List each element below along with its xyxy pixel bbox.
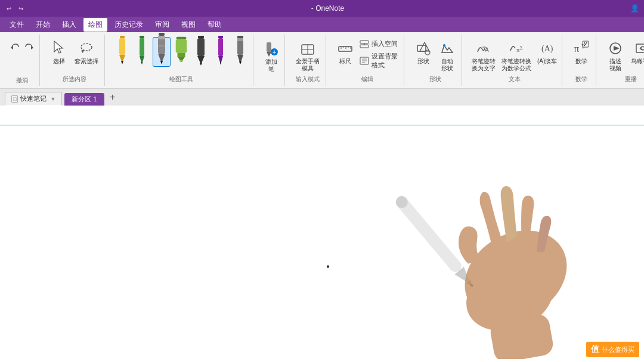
- svg-rect-78: [394, 194, 410, 211]
- pen-1-btn[interactable]: [113, 37, 131, 67]
- ink-to-text-icon: A: [475, 40, 492, 57]
- page-rule-line: [0, 125, 644, 126]
- section-tab[interactable]: 新分区 1: [64, 93, 104, 106]
- pen-5-btn[interactable]: [212, 37, 230, 67]
- full-view-label: 全景手柄模具: [296, 58, 320, 72]
- a-icon-btn[interactable]: (A) (A)淡车: [535, 38, 559, 67]
- svg-rect-71: [584, 45, 585, 46]
- svg-text:Σ: Σ: [520, 45, 523, 51]
- ruler-label: 标尺: [339, 58, 351, 65]
- auto-shape-btn[interactable]: 自动形状: [436, 38, 458, 74]
- shapes-group: 形状 自动形状 形状: [409, 35, 462, 86]
- redo-btn[interactable]: ↪: [17, 4, 25, 13]
- svg-rect-24: [198, 36, 204, 38]
- ink-to-math-label: 将笔迹转换为数学公式: [501, 58, 531, 72]
- undo-btn[interactable]: ↩: [5, 4, 13, 13]
- redo-ribbon-btn[interactable]: [23, 42, 36, 54]
- lasso-label: 套索选择: [75, 58, 98, 65]
- math-group: π Σ 数学 数学: [567, 35, 596, 86]
- svg-marker-36: [239, 61, 242, 64]
- svg-rect-10: [140, 38, 144, 56]
- svg-point-83: [457, 250, 564, 343]
- svg-text:(A): (A): [541, 44, 553, 54]
- svg-rect-29: [218, 38, 223, 56]
- svg-rect-51: [360, 45, 369, 48]
- notebook-tab-label: 快速笔记: [20, 94, 47, 103]
- insert-space-label: 插入空间: [371, 39, 398, 48]
- ink-to-text-label: 将笔迹转换为文字: [472, 58, 496, 72]
- svg-rect-44: [339, 47, 352, 51]
- svg-marker-12: [141, 62, 143, 64]
- pen-2-btn[interactable]: [133, 37, 151, 67]
- add-section-btn[interactable]: +: [107, 91, 119, 103]
- watermark-text: 什么值得买: [602, 345, 634, 354]
- svg-rect-50: [360, 41, 369, 44]
- pen-4-btn[interactable]: [192, 37, 210, 67]
- svg-point-59: [425, 50, 430, 55]
- svg-rect-84: [489, 313, 555, 359]
- lasso-icon: [78, 40, 95, 57]
- svg-rect-72: [585, 44, 586, 45]
- undo-ribbon-btn[interactable]: [8, 42, 21, 54]
- add-pen-label: 添加笔: [265, 58, 277, 73]
- overview-btn[interactable]: 鸟瞰视图: [628, 38, 644, 67]
- notebook-tab[interactable]: □ 快速笔记 ▼: [5, 92, 62, 106]
- bg-format-btn[interactable]: 设置背景格式: [357, 51, 400, 71]
- pen-row: [113, 36, 249, 68]
- math-btn[interactable]: π Σ 数学: [571, 38, 592, 67]
- replay-group: 描述视频 鸟瞰视图 重播: [601, 35, 644, 86]
- bg-format-label: 设置背景格式: [371, 52, 398, 70]
- menu-view[interactable]: 视图: [177, 18, 200, 32]
- add-pen-group: + 添加笔: [258, 35, 285, 86]
- svg-rect-25: [197, 38, 205, 56]
- svg-marker-31: [220, 62, 221, 65]
- menu-history[interactable]: 历史记录: [110, 18, 148, 32]
- menu-help[interactable]: 帮助: [203, 18, 227, 32]
- title-bar-right: 👤: [630, 4, 639, 13]
- watermark: 值 什么值得买: [586, 342, 639, 357]
- insert-space-btn[interactable]: 插入空间: [357, 38, 400, 49]
- svg-marker-80: [466, 280, 474, 287]
- ribbon: 撤消 选择 套索选择 所选: [0, 32, 644, 89]
- svg-text:A: A: [485, 47, 489, 53]
- menu-file[interactable]: 文件: [5, 18, 29, 32]
- full-view-btn[interactable]: 全景手柄模具: [293, 38, 322, 74]
- replay-group-label: 重播: [625, 75, 637, 85]
- ink-to-math-btn[interactable]: π Σ 将笔迹转换为数学公式: [499, 38, 534, 74]
- tools-group: 标尺 插入空间 设置背景格式 编辑: [331, 35, 404, 86]
- pen-3-btn[interactable]: [153, 37, 171, 67]
- hand-icon: [299, 40, 316, 57]
- lasso-select-btn[interactable]: 套索选择: [72, 38, 101, 67]
- menu-draw[interactable]: 绘图: [83, 18, 107, 32]
- svg-rect-9: [140, 36, 144, 38]
- menu-home[interactable]: 开始: [31, 18, 55, 32]
- math-label: 数学: [575, 58, 587, 65]
- notebook-area: □ 快速笔记 ▼ 新分区 1 +: [0, 89, 644, 362]
- shapes-group-label: 形状: [429, 75, 441, 85]
- ruler-btn[interactable]: 标尺: [335, 38, 356, 67]
- highlighter-btn[interactable]: [172, 37, 190, 67]
- menu-insert[interactable]: 插入: [57, 18, 81, 32]
- svg-rect-21: [178, 53, 185, 57]
- select-label: 选择: [53, 58, 65, 65]
- svg-text:Σ: Σ: [581, 43, 585, 49]
- svg-rect-19: [177, 37, 187, 40]
- svg-rect-69: [584, 42, 585, 44]
- ink-replay-btn[interactable]: 描述视频: [605, 38, 626, 74]
- add-pen-icon: +: [263, 41, 280, 57]
- svg-rect-15: [158, 36, 165, 39]
- ink-to-text-btn[interactable]: A 将笔迹转换为文字: [469, 38, 498, 74]
- shape-btn[interactable]: 形状: [413, 38, 434, 67]
- add-pen-btn[interactable]: + 添加笔: [261, 36, 282, 75]
- watermark-icon: 值: [591, 344, 599, 355]
- select-group: 选择 套索选择 所选内容: [45, 35, 105, 86]
- svg-rect-20: [176, 39, 187, 52]
- svg-marker-17: [160, 61, 163, 64]
- a-icon-label: (A)淡车: [537, 58, 557, 65]
- svg-rect-70: [586, 42, 587, 44]
- svg-rect-5: [120, 36, 125, 38]
- pen-6-btn[interactable]: [231, 37, 249, 67]
- page-content: 值 什么值得买: [0, 106, 644, 362]
- menu-review[interactable]: 审阅: [150, 18, 174, 32]
- select-btn[interactable]: 选择: [48, 38, 70, 67]
